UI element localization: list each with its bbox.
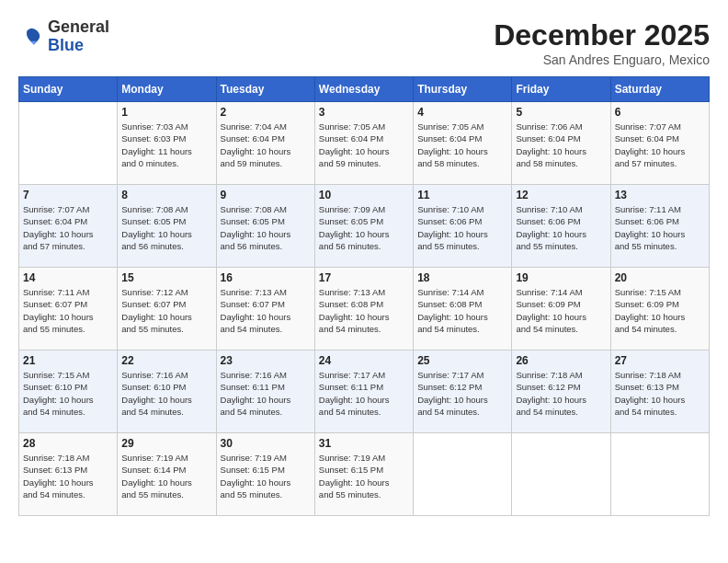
day-number: 6: [615, 106, 705, 119]
day-info: Sunrise: 7:07 AM Sunset: 6:04 PM Dayligh…: [615, 121, 705, 169]
day-number: 23: [221, 354, 311, 367]
day-info: Sunrise: 7:14 AM Sunset: 6:08 PM Dayligh…: [417, 286, 507, 335]
day-info: Sunrise: 7:16 AM Sunset: 6:11 PM Dayligh…: [221, 369, 311, 418]
day-number: 12: [516, 189, 606, 201]
day-info: Sunrise: 7:18 AM Sunset: 6:12 PM Dayligh…: [516, 369, 606, 418]
logo-text: General Blue: [48, 18, 109, 55]
day-info: Sunrise: 7:11 AM Sunset: 6:06 PM Dayligh…: [615, 203, 705, 252]
calendar-cell: 28Sunrise: 7:18 AM Sunset: 6:13 PM Dayli…: [19, 433, 118, 516]
day-info: Sunrise: 7:16 AM Sunset: 6:10 PM Dayligh…: [121, 369, 211, 418]
calendar-cell: 1Sunrise: 7:03 AM Sunset: 6:03 PM Daylig…: [118, 102, 216, 185]
day-number: 8: [121, 189, 211, 201]
day-info: Sunrise: 7:19 AM Sunset: 6:14 PM Dayligh…: [121, 452, 211, 500]
day-info: Sunrise: 7:03 AM Sunset: 6:03 PM Dayligh…: [121, 121, 211, 169]
day-number: 18: [417, 271, 507, 284]
day-number: 4: [417, 106, 507, 119]
day-number: 14: [23, 271, 113, 284]
day-info: Sunrise: 7:15 AM Sunset: 6:09 PM Dayligh…: [615, 286, 705, 335]
day-number: 22: [121, 354, 211, 367]
day-number: 27: [615, 354, 705, 367]
week-row-4: 21Sunrise: 7:15 AM Sunset: 6:10 PM Dayli…: [19, 350, 710, 433]
calendar-cell: 19Sunrise: 7:14 AM Sunset: 6:09 PM Dayli…: [512, 268, 610, 350]
calendar-cell: 3Sunrise: 7:05 AM Sunset: 6:04 PM Daylig…: [314, 102, 413, 185]
header-row: SundayMondayTuesdayWednesdayThursdayFrid…: [19, 77, 710, 102]
day-info: Sunrise: 7:05 AM Sunset: 6:04 PM Dayligh…: [417, 121, 507, 169]
day-number: 21: [23, 354, 113, 367]
day-info: Sunrise: 7:11 AM Sunset: 6:07 PM Dayligh…: [23, 286, 113, 335]
calendar-cell: 29Sunrise: 7:19 AM Sunset: 6:14 PM Dayli…: [118, 433, 216, 516]
header-day-saturday: Saturday: [610, 77, 709, 102]
calendar-cell: 30Sunrise: 7:19 AM Sunset: 6:15 PM Dayli…: [216, 433, 314, 516]
week-row-1: 1Sunrise: 7:03 AM Sunset: 6:03 PM Daylig…: [19, 102, 710, 185]
calendar-cell: 24Sunrise: 7:17 AM Sunset: 6:11 PM Dayli…: [314, 350, 413, 433]
calendar-cell: 25Sunrise: 7:17 AM Sunset: 6:12 PM Dayli…: [414, 350, 512, 433]
week-row-3: 14Sunrise: 7:11 AM Sunset: 6:07 PM Dayli…: [19, 268, 710, 350]
day-number: 16: [221, 271, 311, 284]
day-info: Sunrise: 7:10 AM Sunset: 6:06 PM Dayligh…: [516, 203, 606, 252]
calendar-cell: 18Sunrise: 7:14 AM Sunset: 6:08 PM Dayli…: [414, 268, 512, 350]
calendar-cell: 21Sunrise: 7:15 AM Sunset: 6:10 PM Dayli…: [19, 350, 118, 433]
day-info: Sunrise: 7:04 AM Sunset: 6:04 PM Dayligh…: [221, 121, 311, 169]
calendar-cell: 27Sunrise: 7:18 AM Sunset: 6:13 PM Dayli…: [610, 350, 709, 433]
header-day-friday: Friday: [512, 77, 610, 102]
calendar-cell: 8Sunrise: 7:08 AM Sunset: 6:05 PM Daylig…: [118, 185, 216, 268]
calendar-cell: 10Sunrise: 7:09 AM Sunset: 6:05 PM Dayli…: [314, 185, 413, 268]
calendar-cell: [610, 433, 709, 516]
day-info: Sunrise: 7:14 AM Sunset: 6:09 PM Dayligh…: [516, 286, 606, 335]
day-info: Sunrise: 7:15 AM Sunset: 6:10 PM Dayligh…: [23, 369, 113, 418]
calendar-cell: [19, 102, 118, 185]
calendar-cell: 17Sunrise: 7:13 AM Sunset: 6:08 PM Dayli…: [314, 268, 413, 350]
day-info: Sunrise: 7:08 AM Sunset: 6:05 PM Dayligh…: [221, 203, 311, 252]
day-info: Sunrise: 7:17 AM Sunset: 6:12 PM Dayligh…: [417, 369, 507, 418]
calendar-cell: 15Sunrise: 7:12 AM Sunset: 6:07 PM Dayli…: [118, 268, 216, 350]
calendar-cell: 14Sunrise: 7:11 AM Sunset: 6:07 PM Dayli…: [19, 268, 118, 350]
calendar-table: SundayMondayTuesdayWednesdayThursdayFrid…: [18, 76, 710, 516]
header-day-thursday: Thursday: [414, 77, 512, 102]
calendar-header: SundayMondayTuesdayWednesdayThursdayFrid…: [19, 77, 710, 102]
day-number: 31: [319, 437, 409, 450]
title-block: December 2025 San Andres Enguaro, Mexico: [494, 18, 710, 67]
day-info: Sunrise: 7:18 AM Sunset: 6:13 PM Dayligh…: [615, 369, 705, 418]
day-info: Sunrise: 7:09 AM Sunset: 6:05 PM Dayligh…: [319, 203, 409, 252]
calendar-cell: 5Sunrise: 7:06 AM Sunset: 6:04 PM Daylig…: [512, 102, 610, 185]
calendar-cell: 6Sunrise: 7:07 AM Sunset: 6:04 PM Daylig…: [610, 102, 709, 185]
calendar-cell: 9Sunrise: 7:08 AM Sunset: 6:05 PM Daylig…: [216, 185, 314, 268]
day-number: 28: [23, 437, 113, 450]
day-info: Sunrise: 7:17 AM Sunset: 6:11 PM Dayligh…: [319, 369, 409, 418]
calendar-cell: 16Sunrise: 7:13 AM Sunset: 6:07 PM Dayli…: [216, 268, 314, 350]
day-number: 19: [516, 271, 606, 284]
day-number: 11: [417, 189, 507, 201]
day-number: 20: [615, 271, 705, 284]
day-number: 9: [221, 189, 311, 201]
day-info: Sunrise: 7:12 AM Sunset: 6:07 PM Dayligh…: [121, 286, 211, 335]
day-number: 13: [615, 189, 705, 201]
day-info: Sunrise: 7:08 AM Sunset: 6:05 PM Dayligh…: [121, 203, 211, 252]
day-info: Sunrise: 7:06 AM Sunset: 6:04 PM Dayligh…: [516, 121, 606, 169]
location-text: San Andres Enguaro, Mexico: [494, 52, 710, 67]
week-row-5: 28Sunrise: 7:18 AM Sunset: 6:13 PM Dayli…: [19, 433, 710, 516]
day-number: 30: [221, 437, 311, 450]
month-title: December 2025: [494, 18, 710, 52]
day-number: 15: [121, 271, 211, 284]
calendar-cell: [414, 433, 512, 516]
day-number: 7: [23, 189, 113, 201]
logo-blue-text: Blue: [48, 36, 84, 54]
day-info: Sunrise: 7:18 AM Sunset: 6:13 PM Dayligh…: [23, 452, 113, 500]
logo-general-text: General: [48, 17, 109, 36]
day-number: 3: [319, 106, 409, 119]
calendar-cell: 11Sunrise: 7:10 AM Sunset: 6:06 PM Dayli…: [414, 185, 512, 268]
day-number: 25: [417, 354, 507, 367]
calendar-cell: 23Sunrise: 7:16 AM Sunset: 6:11 PM Dayli…: [216, 350, 314, 433]
day-info: Sunrise: 7:05 AM Sunset: 6:04 PM Dayligh…: [319, 121, 409, 169]
calendar-cell: [512, 433, 610, 516]
calendar-body: 1Sunrise: 7:03 AM Sunset: 6:03 PM Daylig…: [19, 102, 710, 516]
day-number: 24: [319, 354, 409, 367]
header-day-tuesday: Tuesday: [216, 77, 314, 102]
day-info: Sunrise: 7:13 AM Sunset: 6:07 PM Dayligh…: [221, 286, 311, 335]
day-number: 17: [319, 271, 409, 284]
page-header: General Blue December 2025 San Andres En…: [18, 18, 710, 67]
calendar-cell: 12Sunrise: 7:10 AM Sunset: 6:06 PM Dayli…: [512, 185, 610, 268]
calendar-cell: 4Sunrise: 7:05 AM Sunset: 6:04 PM Daylig…: [414, 102, 512, 185]
calendar-cell: 2Sunrise: 7:04 AM Sunset: 6:04 PM Daylig…: [216, 102, 314, 185]
logo-icon: [18, 24, 44, 50]
